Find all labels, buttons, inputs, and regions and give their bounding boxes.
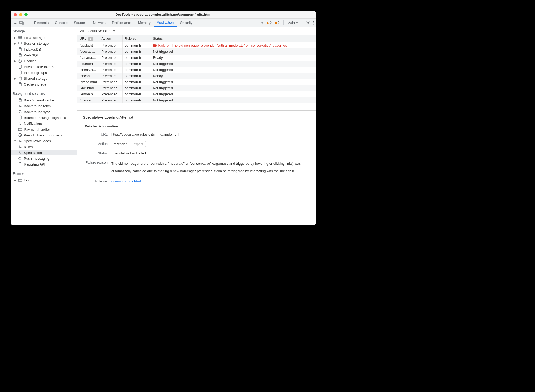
warning-count[interactable]: ▲ 2 [266, 21, 272, 25]
sidebar-item-label: Local storage [24, 36, 45, 40]
sidebar-item-label: Payment handler [24, 127, 50, 131]
tab-performance[interactable]: Performance [109, 19, 135, 27]
inspect-element-icon[interactable] [13, 20, 18, 25]
cell-action: Prerender [99, 91, 122, 97]
tab-security[interactable]: Security [177, 19, 196, 27]
tab-elements[interactable]: Elements [31, 19, 52, 27]
speculative-loads-filter[interactable]: All speculative loads ▼ [77, 27, 316, 35]
sidebar-item-speculative-loads[interactable]: ▼Speculative loads [11, 138, 77, 144]
detail-action-value: Prerender Inspect [111, 141, 311, 147]
column-header-status[interactable]: Status [151, 35, 316, 42]
updown-icon [18, 104, 22, 108]
sidebar-item-background-sync[interactable]: Background sync [11, 109, 77, 115]
window-title: DevTools - speculative-rules.glitch.me/c… [28, 12, 299, 16]
svg-point-9 [19, 37, 19, 37]
sidebar-item-label: Push messaging [24, 157, 49, 161]
settings-icon[interactable] [306, 21, 310, 25]
sidebar-item-private-state-tokens[interactable]: Private state tokens [11, 64, 77, 70]
table-row[interactable]: /grape.htmlPrerendercommon-fr…Not trigge… [77, 79, 316, 85]
file-icon [18, 162, 22, 166]
sidebar-item-label: Shared storage [24, 77, 47, 81]
target-dropdown[interactable]: Main ▼ [287, 21, 298, 25]
kebab-menu-icon[interactable] [313, 21, 314, 25]
chevron-down-icon: ▼ [113, 30, 115, 32]
sync-icon [18, 110, 22, 114]
maximize-window-button[interactable] [24, 13, 28, 16]
sidebar-item-interest-groups[interactable]: Interest groups [11, 70, 77, 75]
svg-point-15 [19, 48, 21, 49]
expand-icon: ▶ [14, 60, 16, 63]
cell-ruleset: common-fr… [122, 48, 151, 55]
sidebar-item-periodic-background-sync[interactable]: Periodic background sync [11, 132, 77, 138]
cell-ruleset: common-fr… [122, 97, 151, 103]
sidebar-item-label: Background fetch [24, 104, 51, 108]
issue-count[interactable]: ◼ 2 [274, 21, 280, 25]
tab-network[interactable]: Network [90, 19, 109, 27]
sidebar-item-payment-handler[interactable]: Payment handler [11, 126, 77, 132]
table-row[interactable]: /coconut…Prerendercommon-fr…Ready [77, 73, 316, 79]
column-header-url[interactable]: URL▲ [77, 35, 99, 42]
column-header-rule-set[interactable]: Rule set [122, 35, 151, 42]
table-row[interactable]: /mango.…Prerendercommon-fr…Not triggered [77, 97, 316, 103]
sidebar-item-label: IndexedDB [24, 47, 41, 51]
cell-status: Not triggered [151, 85, 316, 91]
table-row[interactable]: /lemon.h…Prerendercommon-fr…Not triggere… [77, 91, 316, 97]
cell-status: Not triggered [151, 91, 316, 97]
device-toolbar-icon[interactable] [19, 20, 24, 25]
sidebar-item-label: Notifications [24, 122, 43, 126]
table-row[interactable]: /cherry.h…Prerendercommon-fr…Not trigger… [77, 67, 316, 73]
cookie-icon [18, 59, 22, 63]
sidebar-item-shared-storage[interactable]: ▶Shared storage [11, 75, 77, 81]
sidebar-item-label: Web SQL [24, 53, 39, 57]
cell-ruleset: common-fr… [122, 79, 151, 85]
detail-ruleset-label: Rule set [83, 179, 111, 184]
sidebar-item-local-storage[interactable]: ▶Local storage [11, 35, 77, 41]
sidebar-item-session-storage[interactable]: ▶Session storage [11, 41, 77, 46]
svg-point-14 [19, 43, 19, 44]
sidebar-item-reporting-api[interactable]: Reporting API [11, 161, 77, 167]
more-tabs-icon[interactable]: » [260, 20, 265, 25]
sidebar-item-rules[interactable]: Rules [11, 144, 77, 150]
table-row[interactable]: /avocad…Prerendercommon-fr…Not triggered [77, 48, 316, 55]
cylinder-icon [18, 76, 22, 81]
ruleset-link[interactable]: common-fruits.html [111, 179, 141, 183]
sidebar-item-cookies[interactable]: ▶Cookies [11, 58, 77, 64]
column-header-action[interactable]: Action [99, 35, 122, 42]
sidebar-item-bounce-tracking-mitigations[interactable]: Bounce tracking mitigations [11, 115, 77, 121]
table-row[interactable]: /apple.htmlPrerendercommon-fr…✕Failure -… [77, 42, 316, 49]
table-row[interactable]: /banana.…Prerendercommon-fr…Ready [77, 55, 316, 61]
detail-action-row: Action Prerender Inspect [83, 141, 311, 147]
cell-action: Prerender [99, 67, 122, 73]
cell-url: /cherry.h… [77, 67, 99, 73]
sidebar-item-cache-storage[interactable]: Cache storage [11, 81, 77, 87]
sidebar-item-web-sql[interactable]: Web SQL [11, 52, 77, 58]
expand-icon: ▶ [14, 179, 16, 182]
cell-status: Not triggered [151, 67, 316, 73]
svg-point-25 [19, 116, 21, 117]
sidebar-item-indexeddb[interactable]: IndexedDB [11, 46, 77, 52]
inspect-button[interactable]: Inspect [130, 141, 146, 147]
issue-flag-icon: ◼ [274, 21, 277, 25]
tab-console[interactable]: Console [52, 19, 71, 27]
table-row[interactable]: /kiwi.htmlPrerendercommon-fr…Not trigger… [77, 85, 316, 91]
tab-sources[interactable]: Sources [71, 19, 90, 27]
db-icon [18, 35, 22, 40]
cell-status: Ready [151, 55, 316, 61]
cell-status: Not triggered [151, 61, 316, 67]
close-window-button[interactable] [14, 13, 17, 16]
minimize-window-button[interactable] [19, 13, 22, 16]
tab-application[interactable]: Application [154, 19, 177, 27]
sidebar-item-background-fetch[interactable]: Background fetch [11, 103, 77, 109]
sidebar-item-push-messaging[interactable]: Push messaging [11, 155, 77, 161]
cell-url: /banana.… [77, 55, 99, 61]
sidebar-item-back-forward-cache[interactable]: Back/forward cache [11, 97, 77, 103]
sort-ascending-icon: ▲ [88, 37, 93, 41]
svg-point-20 [19, 65, 21, 66]
sidebar-item-notifications[interactable]: Notifications [11, 121, 77, 126]
sidebar-item-top[interactable]: ▶top [11, 177, 77, 183]
main-panel: All speculative loads ▼ URL▲ActionRule s… [77, 27, 316, 225]
sidebar-item-label: Speculations [24, 151, 43, 155]
tab-memory[interactable]: Memory [135, 19, 154, 27]
sidebar-item-speculations[interactable]: Speculations [11, 150, 77, 155]
table-row[interactable]: /blueberr…Prerendercommon-fr…Not trigger… [77, 61, 316, 67]
